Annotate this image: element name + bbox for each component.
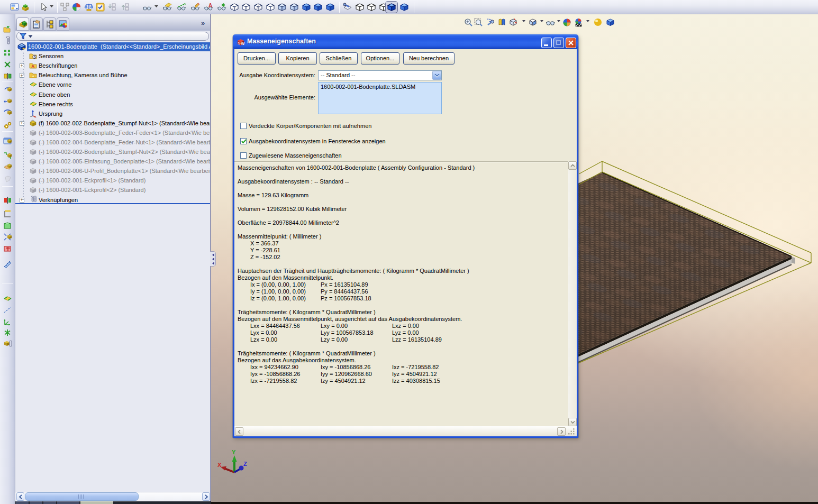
svg-text:A: A — [31, 64, 35, 69]
svg-text:A: A — [208, 3, 212, 8]
svg-text:Z: Z — [243, 461, 247, 467]
svg-text:S: S — [238, 41, 241, 45]
svg-text:W: W — [241, 42, 245, 45]
svg-text:Y: Y — [232, 449, 236, 455]
